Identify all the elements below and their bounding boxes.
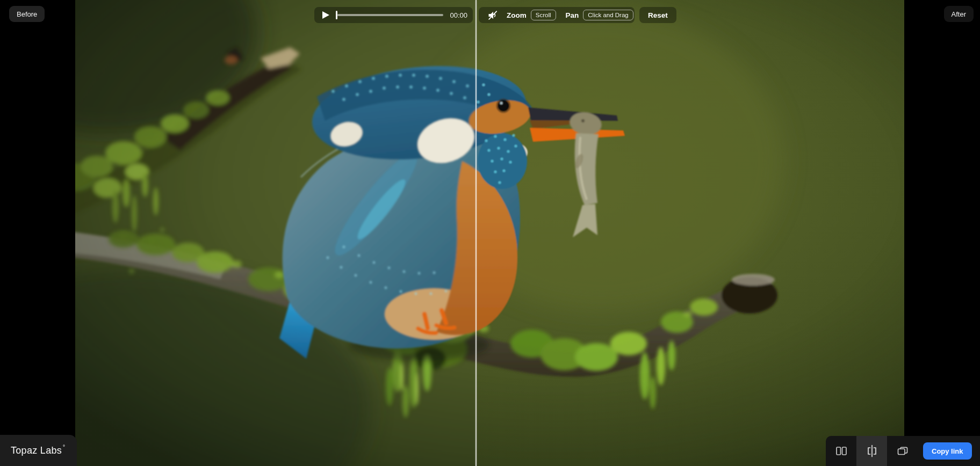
view-mode-split-slider[interactable] [856, 436, 887, 466]
side-by-side-icon [835, 445, 848, 457]
timestamp: 00:00 [450, 11, 467, 19]
zoom-hint-badge: Scroll [531, 10, 556, 21]
muted-speaker-icon [487, 10, 499, 21]
viewer-controls-bar: Zoom Scroll Pan Click and Drag [479, 7, 635, 23]
reset-label: Reset [648, 11, 668, 19]
view-mode-side-by-side[interactable] [826, 436, 856, 466]
view-switcher-toolbar: Copy link [826, 436, 980, 466]
overlay-icon [896, 445, 909, 457]
play-icon[interactable] [322, 11, 329, 19]
reset-button[interactable]: Reset [639, 7, 676, 23]
comparison-divider[interactable] [475, 0, 477, 466]
copy-link-button[interactable]: Copy link [923, 442, 972, 460]
seek-bar[interactable] [336, 11, 444, 19]
copy-link-label: Copy link [932, 447, 963, 455]
zoom-label: Zoom [507, 11, 527, 19]
photo-scene [75, 0, 904, 466]
brand-wordmark: Topaz Labs [11, 445, 62, 456]
pan-hint-badge: Click and Drag [583, 10, 633, 21]
view-mode-overlay[interactable] [887, 436, 918, 466]
brand-logo: Topaz Labs° [0, 435, 77, 466]
split-slider-icon [866, 445, 878, 457]
video-player-bar: 00:00 [314, 7, 473, 23]
pan-label: Pan [566, 11, 579, 19]
before-button[interactable]: Before [9, 6, 45, 22]
after-button[interactable]: After [944, 6, 974, 22]
after-label: After [952, 10, 966, 18]
comparison-photo [75, 0, 904, 466]
brand-trademark: ° [63, 444, 65, 450]
seek-track[interactable] [337, 14, 443, 16]
mute-button[interactable] [486, 9, 499, 21]
before-label: Before [17, 10, 37, 18]
